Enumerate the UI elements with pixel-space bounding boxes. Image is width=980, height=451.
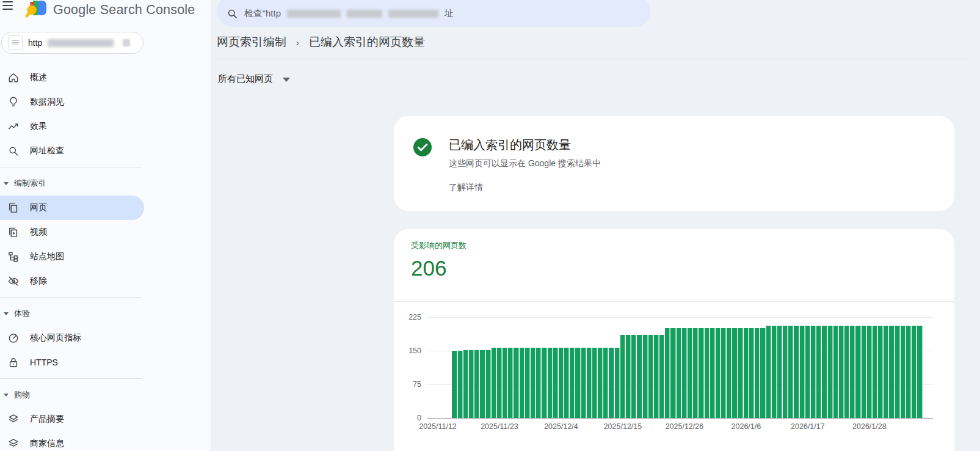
x-axis-tick-label: 2025/12/4 bbox=[544, 422, 578, 431]
breadcrumb-page-indexing[interactable]: 网页索引编制 bbox=[217, 34, 286, 50]
chart-bar bbox=[912, 326, 916, 418]
y-axis-tick-label: 75 bbox=[393, 380, 421, 389]
sidebar-item[interactable]: 视频 bbox=[0, 220, 144, 244]
chart-bar bbox=[570, 348, 575, 418]
sidebar: Google Search Console http 概述数据洞见效果网址检查编… bbox=[0, 0, 211, 451]
breadcrumb: 网页索引编制 › 已编入索引的网页数量 bbox=[217, 34, 425, 50]
breadcrumb-separator-icon: › bbox=[296, 37, 299, 48]
chart-bar bbox=[603, 348, 608, 418]
learn-more-link[interactable]: 了解详情 bbox=[449, 182, 483, 193]
sidebar-item-label: HTTPS bbox=[30, 358, 58, 367]
page-filter-dropdown[interactable]: 所有已知网页 bbox=[218, 73, 290, 85]
sidebar-item-label: 视频 bbox=[30, 227, 47, 238]
sidebar-item[interactable]: 移除 bbox=[0, 269, 144, 293]
status-card-subtitle: 这些网页可以显示在 Google 搜索结果中 bbox=[449, 158, 601, 169]
url-inspection-search[interactable]: 检查“http 址 bbox=[217, 0, 650, 27]
chart-bar bbox=[699, 328, 703, 418]
chart-bar bbox=[777, 326, 782, 418]
main-content: 检查“http 址 网页索引编制 › 已编入索引的网页数量 所有已知网页 bbox=[211, 0, 980, 451]
chart-bar bbox=[816, 326, 821, 418]
chart-bar bbox=[760, 328, 765, 418]
chart-bar bbox=[525, 348, 530, 418]
x-axis-tick-label: 2026/1/28 bbox=[852, 422, 887, 431]
chart-bar bbox=[643, 335, 648, 418]
property-url-prefix: http bbox=[28, 38, 42, 48]
chart-bar bbox=[873, 326, 877, 418]
chart-bar bbox=[839, 326, 844, 418]
sidebar-item-label: 效果 bbox=[30, 121, 47, 132]
status-card-title: 已编入索引的网页数量 bbox=[449, 137, 601, 153]
property-url-redacted-tail bbox=[123, 39, 130, 46]
chart-bar bbox=[901, 326, 906, 418]
caret-down-icon bbox=[4, 312, 9, 315]
chart-bar bbox=[716, 328, 720, 418]
sidebar-item[interactable]: 站点地图 bbox=[0, 244, 144, 269]
sidebar-item[interactable]: 概述 bbox=[0, 65, 144, 90]
sidebar-item[interactable]: HTTPS bbox=[0, 350, 144, 375]
home-icon bbox=[7, 72, 20, 84]
chart-bar bbox=[469, 350, 474, 418]
chart-bar bbox=[766, 326, 771, 418]
search-console-logo[interactable]: Google Search Console bbox=[26, 0, 195, 20]
chart-bar bbox=[727, 328, 731, 418]
property-selector[interactable]: http bbox=[1, 32, 143, 54]
chart-bar bbox=[463, 350, 468, 418]
chart-bar bbox=[581, 348, 586, 418]
chart-bar bbox=[794, 326, 799, 418]
chart-bar bbox=[917, 326, 922, 418]
chart-bar bbox=[906, 326, 911, 418]
chart-bar bbox=[884, 326, 888, 418]
chart-bar bbox=[486, 350, 491, 418]
chart-bar bbox=[805, 326, 810, 418]
chart-bar bbox=[536, 348, 541, 418]
sidebar-section-label: 体验 bbox=[14, 308, 30, 319]
x-axis-tick-label: 2025/11/12 bbox=[419, 422, 457, 431]
sidebar-section-header[interactable]: 体验 bbox=[0, 301, 211, 326]
sidebar-item[interactable]: 商家信息 bbox=[0, 431, 144, 451]
sidebar-nav: 概述数据洞见效果网址检查编制索引网页视频站点地图移除体验核心网页指标HTTPS购… bbox=[0, 65, 211, 451]
sidebar-item-label: 站点地图 bbox=[30, 251, 64, 262]
y-axis-tick-label: 150 bbox=[393, 346, 421, 355]
chart-bar bbox=[542, 348, 546, 418]
chart-bar bbox=[844, 326, 849, 418]
metric-value: 206 bbox=[411, 256, 466, 280]
chart-bar bbox=[738, 328, 743, 418]
sidebar-section-header[interactable]: 编制索引 bbox=[0, 171, 211, 196]
x-axis-tick-label: 2025/12/15 bbox=[604, 422, 642, 431]
chart-bar bbox=[710, 328, 715, 418]
chart-bar bbox=[553, 348, 558, 418]
sidebar-item[interactable]: 网址检查 bbox=[0, 139, 144, 163]
menu-icon[interactable] bbox=[2, 1, 13, 11]
video-pages-icon bbox=[7, 226, 20, 238]
chart-card: 受影响的网页数 206 0751502252025/11/122025/11/2… bbox=[394, 229, 954, 451]
chart-bar bbox=[531, 348, 535, 418]
sidebar-item[interactable]: 网页 bbox=[0, 196, 144, 220]
search-url-redacted-1 bbox=[287, 10, 341, 18]
gridline bbox=[427, 317, 933, 318]
sidebar-item-label: 概述 bbox=[30, 72, 47, 83]
chart-bar bbox=[889, 326, 894, 418]
sidebar-item-label: 数据洞见 bbox=[30, 97, 64, 108]
search-console-logo-icon bbox=[26, 0, 48, 20]
sidebar-item-label: 移除 bbox=[30, 276, 47, 287]
sidebar-item[interactable]: 产品摘要 bbox=[0, 407, 144, 431]
removals-eye-off-icon bbox=[7, 275, 20, 287]
sidebar-item[interactable]: 效果 bbox=[0, 114, 144, 139]
chart-bar bbox=[520, 348, 524, 418]
chart-bar bbox=[732, 328, 737, 418]
chart-bar bbox=[783, 326, 788, 418]
chart-bar bbox=[620, 335, 625, 418]
chart-bar bbox=[497, 348, 502, 418]
chart-bar bbox=[631, 335, 636, 418]
chart-bar bbox=[575, 348, 580, 418]
chart-bar bbox=[788, 326, 793, 418]
chart-bar bbox=[721, 328, 726, 418]
chart-bar bbox=[800, 326, 805, 418]
lightbulb-icon bbox=[7, 96, 20, 108]
sidebar-section-header[interactable]: 购物 bbox=[0, 383, 211, 407]
sidebar-item[interactable]: 核心网页指标 bbox=[0, 326, 144, 350]
sidebar-item-label: 产品摘要 bbox=[30, 414, 64, 425]
chart-bar bbox=[772, 326, 777, 418]
chart-plot[interactable]: 0751502252025/11/122025/11/232025/12/420… bbox=[427, 317, 933, 418]
sidebar-item[interactable]: 数据洞见 bbox=[0, 90, 144, 114]
